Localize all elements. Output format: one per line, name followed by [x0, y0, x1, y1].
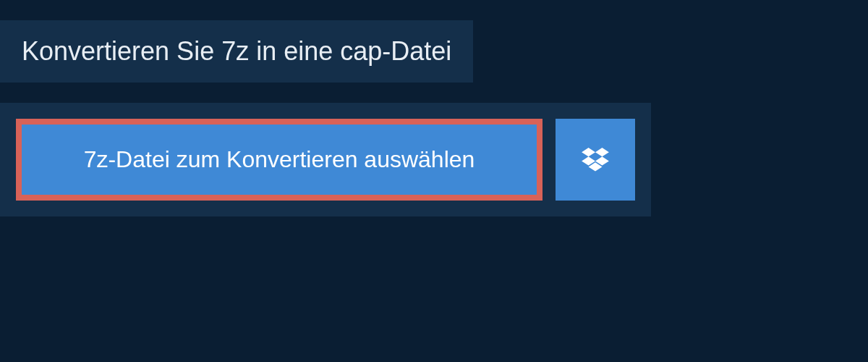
upload-panel: 7z-Datei zum Konvertieren auswählen [0, 103, 651, 216]
dropbox-icon [582, 148, 609, 172]
dropbox-button[interactable] [556, 119, 635, 201]
select-file-label: 7z-Datei zum Konvertieren auswählen [84, 146, 475, 173]
select-file-button[interactable]: 7z-Datei zum Konvertieren auswählen [16, 119, 542, 201]
page-title: Konvertieren Sie 7z in eine cap-Datei [22, 36, 451, 67]
header-bar: Konvertieren Sie 7z in eine cap-Datei [0, 20, 473, 83]
